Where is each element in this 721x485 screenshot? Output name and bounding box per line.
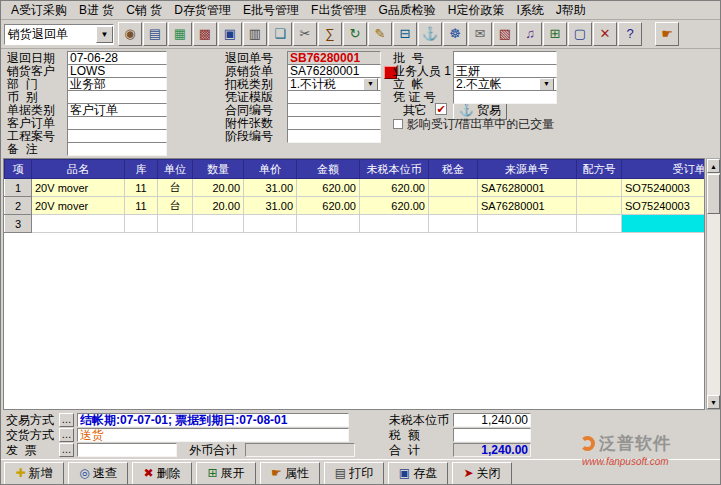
- table-icon[interactable]: ▩: [193, 22, 217, 46]
- grid-cell[interactable]: [360, 215, 429, 233]
- row-header-cell[interactable]: 2: [5, 197, 32, 215]
- scroll-down-icon[interactable]: ▼: [707, 395, 720, 409]
- cards-icon[interactable]: ▦: [168, 22, 192, 46]
- menu-item-1[interactable]: B进 货: [73, 1, 120, 20]
- hand-pointer-icon[interactable]: ☛: [655, 22, 679, 46]
- trade-mode-more-button[interactable]: …: [59, 413, 74, 427]
- grid-cell[interactable]: [125, 215, 158, 233]
- grid-cell[interactable]: [478, 215, 577, 233]
- grid-cell[interactable]: [577, 215, 622, 233]
- tax-category-field[interactable]: 1.不计税▼: [287, 77, 381, 91]
- grid-cell[interactable]: [429, 179, 478, 197]
- tax-amount-field[interactable]: [453, 428, 531, 442]
- other-checkbox[interactable]: ✔: [435, 103, 447, 115]
- trade-mode-field[interactable]: 结帐期:07-07-01; 票据到期日:07-08-01: [77, 413, 349, 427]
- voucher-template-field[interactable]: [287, 90, 381, 104]
- menu-item-6[interactable]: G品质检验: [372, 1, 441, 20]
- batch-no-field[interactable]: [453, 51, 557, 65]
- anchor-icon[interactable]: ⚓: [418, 22, 442, 46]
- grid-cell[interactable]: [577, 179, 622, 197]
- grid-cell[interactable]: SA76280001: [478, 197, 577, 215]
- doc-category-field[interactable]: 客户订单: [67, 103, 167, 117]
- quick-search-button[interactable]: ◎速查: [68, 462, 128, 485]
- voucher-no-field[interactable]: [453, 90, 557, 104]
- menu-item-9[interactable]: J帮助: [550, 1, 592, 20]
- grid-cell[interactable]: SA76280001: [478, 179, 577, 197]
- contract-no-field[interactable]: [287, 103, 381, 117]
- grid-cell[interactable]: 台: [158, 179, 193, 197]
- print-button[interactable]: ▤打印: [324, 462, 384, 485]
- attachment-count-field[interactable]: [287, 116, 381, 130]
- pencil-icon[interactable]: ✎: [368, 22, 392, 46]
- grid-cell[interactable]: 31.00: [244, 197, 297, 215]
- find-doc-icon[interactable]: ◉: [118, 22, 142, 46]
- currency-field[interactable]: [67, 90, 167, 104]
- customer-order-field[interactable]: [67, 116, 167, 130]
- notebook-icon[interactable]: ▤: [143, 22, 167, 46]
- grid-cell[interactable]: [622, 215, 706, 233]
- grid-cell[interactable]: [244, 215, 297, 233]
- ruler-icon[interactable]: ⊟: [393, 22, 417, 46]
- new-button[interactable]: ✚新增: [4, 462, 64, 485]
- grid-header-10[interactable]: 配方号: [577, 160, 622, 179]
- menu-item-5[interactable]: F出货管理: [305, 1, 372, 20]
- menu-item-2[interactable]: C销 货: [120, 1, 168, 20]
- chevron-down-icon[interactable]: ▼: [363, 78, 378, 91]
- grid-cell[interactable]: 20V mover: [32, 197, 125, 215]
- account-mode-field[interactable]: 2.不立帐▼: [453, 77, 557, 91]
- scroll-up-icon[interactable]: ▲: [707, 159, 720, 173]
- grid-vertical-scrollbar[interactable]: ▲ ▼: [706, 158, 721, 410]
- grid-cell[interactable]: 20V mover: [32, 179, 125, 197]
- window-icon[interactable]: ▢: [568, 22, 592, 46]
- grid-cell[interactable]: 620.00: [297, 197, 360, 215]
- grid-header-2[interactable]: 库: [125, 160, 158, 179]
- invoice-more-button[interactable]: …: [59, 443, 74, 457]
- chevron-down-icon[interactable]: ▼: [539, 78, 554, 91]
- save-button[interactable]: ▣存盘: [388, 462, 448, 485]
- chart-icon[interactable]: ▧: [493, 22, 517, 46]
- department-field[interactable]: 业务部: [67, 77, 167, 91]
- grid-header-1[interactable]: 品名: [32, 160, 125, 179]
- ship-wheel-icon[interactable]: ☸: [443, 22, 467, 46]
- grid-cell[interactable]: [577, 197, 622, 215]
- help-icon[interactable]: ?: [618, 22, 642, 46]
- grid-cell[interactable]: [193, 215, 244, 233]
- grid-cell[interactable]: 620.00: [360, 179, 429, 197]
- grid-cell[interactable]: 620.00: [297, 179, 360, 197]
- customer-field[interactable]: LOWS: [67, 64, 167, 78]
- cut-icon[interactable]: ✂: [293, 22, 317, 46]
- copy-icon[interactable]: ⊞: [543, 22, 567, 46]
- doc-type-combobox[interactable]: 销货退回单 ▼: [4, 24, 114, 45]
- salesperson-field[interactable]: 王妍: [453, 64, 557, 78]
- speaker-icon[interactable]: ♫: [518, 22, 542, 46]
- menu-item-7[interactable]: H定价政策: [442, 1, 511, 20]
- phase-no-field[interactable]: [287, 129, 381, 143]
- menu-item-4[interactable]: E批号管理: [237, 1, 305, 20]
- expand-button[interactable]: ⊞展开: [196, 462, 256, 485]
- affect-checkbox[interactable]: [393, 119, 403, 129]
- preview-icon[interactable]: ❏: [268, 22, 292, 46]
- save-icon[interactable]: ▣: [218, 22, 242, 46]
- print-icon[interactable]: ▥: [243, 22, 267, 46]
- delete-button[interactable]: ✖删除: [132, 462, 192, 485]
- grid-cell[interactable]: 20.00: [193, 197, 244, 215]
- return-no-field[interactable]: SB76280001: [287, 51, 381, 65]
- grid-header-5[interactable]: 单价: [244, 160, 297, 179]
- grid-header-8[interactable]: 税金: [429, 160, 478, 179]
- chevron-down-icon[interactable]: ▼: [96, 26, 113, 43]
- grid-cell[interactable]: SO75240003: [622, 197, 706, 215]
- refresh-icon[interactable]: ↻: [343, 22, 367, 46]
- mail-icon[interactable]: ✉: [468, 22, 492, 46]
- grid-header-6[interactable]: 金额: [297, 160, 360, 179]
- menu-item-0[interactable]: A受订采购: [5, 1, 73, 20]
- row-header-cell[interactable]: 3: [5, 215, 32, 233]
- return-date-field[interactable]: 07-06-28: [67, 51, 167, 65]
- grid-header-7[interactable]: 未税本位币: [360, 160, 429, 179]
- scrollbar-thumb[interactable]: [707, 174, 720, 214]
- grid-cell[interactable]: [158, 215, 193, 233]
- grid-cell[interactable]: [297, 215, 360, 233]
- grid-cell[interactable]: SO75240003: [622, 179, 706, 197]
- menu-item-8[interactable]: I系统: [510, 1, 549, 20]
- sum-icon[interactable]: ∑: [318, 22, 342, 46]
- grid-header-9[interactable]: 来源单号: [478, 160, 577, 179]
